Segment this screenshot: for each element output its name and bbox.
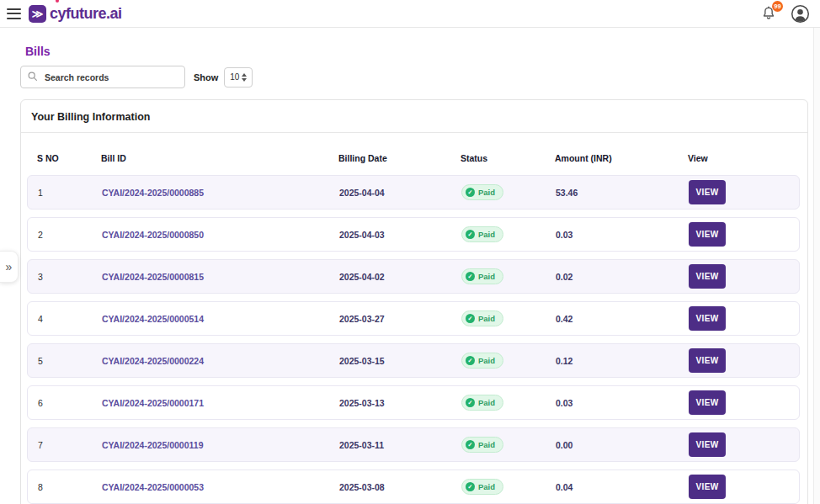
- search-icon: [27, 71, 38, 82]
- check-circle-icon: ✓: [466, 356, 475, 365]
- check-circle-icon: ✓: [466, 272, 475, 281]
- status-label: Paid: [478, 440, 495, 449]
- cell-amount: 0.42: [556, 314, 689, 324]
- cell-amount: 0.12: [556, 356, 689, 366]
- cell-amount: 0.03: [556, 230, 689, 240]
- cell-sno: 3: [38, 272, 102, 282]
- billing-panel-header: Your Billing Information: [21, 100, 807, 133]
- logo-text: cyfuture.ai: [50, 5, 122, 23]
- logo-mark-icon: ≫: [29, 5, 46, 23]
- cell-bill-id: CYAI/2024-2025/0000514: [102, 314, 339, 324]
- view-button[interactable]: VIEW: [689, 390, 726, 415]
- cell-amount: 53.46: [556, 188, 689, 198]
- view-button[interactable]: VIEW: [689, 306, 726, 331]
- table-row: 7 CYAI/2024-2025/0000119 2025-03-11 ✓ Pa…: [27, 427, 800, 462]
- table-row: 3 CYAI/2024-2025/0000815 2025-04-02 ✓ Pa…: [27, 259, 800, 294]
- show-label: Show: [194, 72, 218, 82]
- cell-sno: 6: [38, 398, 102, 408]
- view-button[interactable]: VIEW: [689, 222, 726, 247]
- cell-billing-date: 2025-03-27: [339, 314, 461, 324]
- cell-billing-date: 2025-03-08: [339, 482, 461, 492]
- status-label: Paid: [478, 398, 495, 407]
- status-badge: ✓ Paid: [461, 310, 503, 326]
- user-avatar-icon[interactable]: [791, 4, 810, 24]
- cell-sno: 8: [38, 482, 102, 492]
- status-badge: ✓ Paid: [461, 268, 503, 284]
- logo-accent-dot: [56, 0, 59, 3]
- cell-amount: 0.03: [556, 398, 689, 408]
- status-badge: ✓ Paid: [461, 184, 503, 200]
- column-header-status: Status: [461, 153, 555, 163]
- view-button[interactable]: VIEW: [689, 348, 726, 373]
- status-label: Paid: [478, 188, 495, 197]
- check-circle-icon: ✓: [466, 398, 475, 407]
- status-label: Paid: [478, 314, 495, 323]
- check-circle-icon: ✓: [466, 230, 475, 239]
- cell-bill-id: CYAI/2024-2025/0000053: [102, 482, 339, 492]
- view-button[interactable]: VIEW: [689, 475, 726, 499]
- view-button[interactable]: VIEW: [689, 432, 726, 457]
- scrollbar[interactable]: [813, 28, 820, 504]
- notification-badge: 99: [772, 1, 783, 12]
- status-label: Paid: [478, 272, 495, 281]
- rows-container: 1 CYAI/2024-2025/0000885 2025-04-04 ✓ Pa…: [27, 175, 800, 504]
- status-label: Paid: [478, 482, 495, 491]
- billing-panel-title: Your Billing Information: [31, 111, 150, 123]
- status-badge: ✓ Paid: [461, 479, 503, 495]
- billing-panel: Your Billing Information S NO Bill ID Bi…: [20, 99, 808, 504]
- table-row: 6 CYAI/2024-2025/0000171 2025-03-13 ✓ Pa…: [27, 385, 800, 420]
- search-input[interactable]: [20, 66, 185, 88]
- cell-bill-id: CYAI/2024-2025/0000850: [102, 230, 339, 240]
- page-size-select[interactable]: 10: [224, 67, 253, 88]
- select-arrows-icon: [242, 73, 247, 82]
- table-row: 2 CYAI/2024-2025/0000850 2025-04-03 ✓ Pa…: [27, 217, 800, 252]
- table-row: 5 CYAI/2024-2025/0000224 2025-03-15 ✓ Pa…: [27, 343, 800, 378]
- cell-sno: 7: [38, 440, 102, 450]
- cell-amount: 0.00: [556, 440, 689, 450]
- table-row: 1 CYAI/2024-2025/0000885 2025-04-04 ✓ Pa…: [27, 175, 800, 210]
- cell-bill-id: CYAI/2024-2025/0000815: [102, 272, 339, 282]
- cell-billing-date: 2025-03-11: [339, 440, 461, 450]
- cell-sno: 5: [38, 356, 102, 366]
- table-row: 8 CYAI/2024-2025/0000053 2025-03-08 ✓ Pa…: [27, 470, 800, 504]
- cell-bill-id: CYAI/2024-2025/0000885: [102, 188, 339, 198]
- notification-bell-icon[interactable]: 99: [760, 5, 777, 22]
- status-badge: ✓ Paid: [461, 395, 503, 411]
- cell-billing-date: 2025-04-04: [339, 188, 461, 198]
- cell-billing-date: 2025-04-03: [339, 230, 461, 240]
- view-button[interactable]: VIEW: [689, 180, 726, 204]
- column-header-view: View: [688, 153, 790, 163]
- column-header-billing-date: Billing Date: [338, 153, 461, 163]
- cell-sno: 4: [38, 314, 102, 324]
- sidebar-expander-icon[interactable]: »: [0, 251, 19, 283]
- cell-amount: 0.04: [556, 482, 689, 492]
- logo[interactable]: ≫ cyfuture.ai: [29, 5, 122, 23]
- cell-sno: 2: [38, 230, 102, 240]
- column-header-bill-id: Bill ID: [101, 153, 338, 163]
- cell-bill-id: CYAI/2024-2025/0000119: [102, 440, 339, 450]
- cell-sno: 1: [38, 188, 102, 198]
- cell-bill-id: CYAI/2024-2025/0000224: [102, 356, 339, 366]
- cell-bill-id: CYAI/2024-2025/0000171: [102, 398, 339, 408]
- page-title: Bills: [25, 45, 820, 58]
- toolbar: Show 10: [20, 66, 808, 88]
- cell-billing-date: 2025-03-15: [339, 356, 461, 366]
- check-circle-icon: ✓: [466, 314, 475, 323]
- top-bar: ≫ cyfuture.ai 99: [0, 0, 820, 28]
- view-button[interactable]: VIEW: [689, 264, 726, 289]
- check-circle-icon: ✓: [466, 188, 475, 197]
- status-label: Paid: [478, 230, 495, 239]
- cell-billing-date: 2025-04-02: [339, 272, 461, 282]
- table-header-row: S NO Bill ID Billing Date Status Amount …: [27, 153, 800, 163]
- check-circle-icon: ✓: [466, 482, 475, 491]
- page-size-value: 10: [230, 72, 239, 82]
- cell-amount: 0.02: [556, 272, 689, 282]
- hamburger-menu-icon[interactable]: [7, 8, 21, 19]
- status-label: Paid: [478, 356, 495, 365]
- status-badge: ✓ Paid: [461, 437, 503, 453]
- column-header-sno: S NO: [37, 153, 101, 163]
- table-row: 4 CYAI/2024-2025/0000514 2025-03-27 ✓ Pa…: [27, 301, 800, 336]
- status-badge: ✓ Paid: [461, 226, 503, 242]
- column-header-amount: Amount (INR): [555, 153, 688, 163]
- check-circle-icon: ✓: [466, 440, 475, 449]
